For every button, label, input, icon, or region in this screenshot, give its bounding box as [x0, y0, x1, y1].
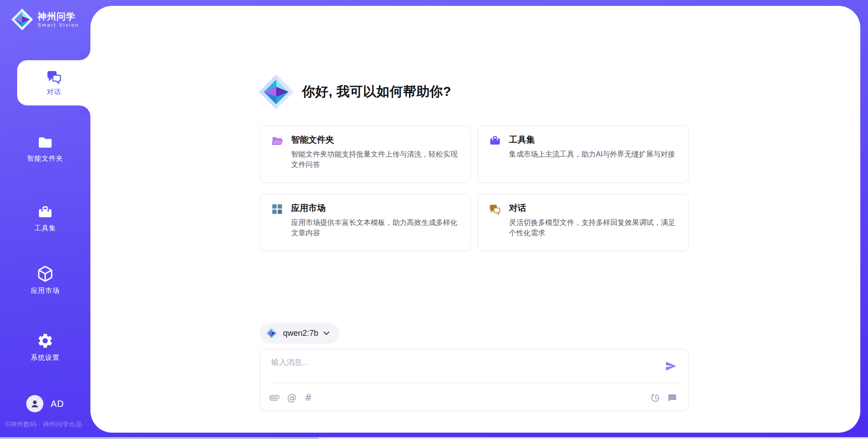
- history-button[interactable]: [651, 392, 660, 404]
- person-icon: [29, 398, 40, 409]
- sidebar-item-toolset[interactable]: 工具集: [0, 205, 90, 233]
- chat-icon: [46, 69, 62, 85]
- hash-icon: #: [304, 392, 312, 404]
- card-description: 智能文件夹功能支持批量文件上传与清洗，轻松实现文件问答: [291, 149, 459, 170]
- folder-icon: [37, 135, 53, 150]
- main-panel: 你好, 我可以如何帮助你? 智能文件夹 智能文件夹功能支持批量文件上传与清洗，轻…: [90, 6, 860, 433]
- app-diamond-logo-icon: [258, 74, 294, 110]
- app-subtitle: Smart Vision: [38, 22, 79, 28]
- quick-phrase-button[interactable]: [667, 392, 677, 404]
- sidebar-diamond-logo-icon: [11, 8, 33, 31]
- card-title: 智能文件夹: [291, 134, 459, 146]
- gear-icon: [37, 332, 54, 349]
- tab-fillet-top: [80, 49, 91, 60]
- message-input[interactable]: [271, 356, 656, 369]
- sidebar-item-label: 应用市场: [31, 286, 60, 295]
- folder-open-icon: [271, 135, 283, 147]
- chevron-down-icon: [323, 331, 330, 335]
- card-description: 应用市场提供丰富长文本模板，助力高效生成多样化文章内容: [291, 217, 459, 238]
- paperclip-icon: [269, 393, 279, 403]
- scrollbar-thumb[interactable]: [0, 437, 319, 439]
- feature-card-app-market[interactable]: 应用市场 应用市场提供丰富长文本模板，助力高效生成多样化文章内容: [260, 194, 471, 251]
- hash-button[interactable]: #: [304, 392, 312, 404]
- sidebar-item-app-market[interactable]: 应用市场: [0, 265, 90, 295]
- app-title: 神州问学: [38, 11, 79, 22]
- card-title: 工具集: [509, 134, 675, 146]
- card-description: 灵活切换多模型文件，支持多样回复效果调试，满足个性化需求: [509, 217, 677, 238]
- user-name: AD: [51, 399, 64, 409]
- page-title: 你好, 我可以如何帮助你?: [302, 83, 451, 101]
- composer: @ #: [260, 349, 689, 411]
- feature-card-toolset[interactable]: 工具集 集成市场上主流工具，助力AI与外界无缝扩展与对接: [478, 125, 689, 183]
- apps-grid-icon: [271, 203, 283, 215]
- send-icon: [665, 360, 677, 372]
- cube-icon: [37, 265, 54, 282]
- feature-cards: 智能文件夹 智能文件夹功能支持批量文件上传与清洗，轻松实现文件问答 工具集 集成…: [260, 125, 689, 251]
- model-name: qwen2:7b: [283, 329, 318, 338]
- sidebar-item-label: 智能文件夹: [27, 154, 63, 163]
- send-button[interactable]: [665, 360, 677, 372]
- horizontal-scrollbar: [0, 437, 868, 439]
- sidebar-item-chat[interactable]: 对话: [17, 60, 91, 105]
- model-logo-icon: [265, 327, 278, 339]
- card-description: 集成市场上主流工具，助力AI与外界无缝扩展与对接: [509, 149, 675, 159]
- at-icon: @: [287, 392, 297, 404]
- model-selector[interactable]: qwen2:7b: [260, 323, 340, 344]
- history-icon: [651, 393, 660, 403]
- composer-divider: [268, 383, 681, 383]
- sidebar-item-label: 系统设置: [31, 353, 60, 362]
- avatar: [26, 395, 43, 412]
- attach-button[interactable]: [269, 392, 279, 404]
- sidebar-item-label: 对话: [47, 88, 61, 96]
- app-logo: 神州问学 Smart Vision: [11, 8, 79, 31]
- sidebar-item-settings[interactable]: 系统设置: [0, 332, 90, 362]
- chat-bubbles-icon: [489, 203, 501, 215]
- sidebar-item-label: 工具集: [34, 224, 56, 233]
- footer-credit: ©神州数码 · 神州问学出品: [5, 420, 82, 429]
- feature-card-smart-folder[interactable]: 智能文件夹 智能文件夹功能支持批量文件上传与清洗，轻松实现文件问答: [260, 125, 471, 183]
- card-title: 应用市场: [291, 202, 459, 214]
- user-account[interactable]: AD: [26, 395, 64, 412]
- chat-bubble-icon: [667, 393, 677, 403]
- tab-fillet-bottom: [80, 105, 91, 116]
- sidebar-item-smart-folder[interactable]: 智能文件夹: [0, 135, 90, 163]
- briefcase-icon: [37, 205, 53, 220]
- mention-button[interactable]: @: [287, 392, 297, 404]
- feature-card-chat[interactable]: 对话 灵活切换多模型文件，支持多样回复效果调试，满足个性化需求: [478, 194, 689, 251]
- card-title: 对话: [509, 202, 677, 214]
- greeting: 你好, 我可以如何帮助你?: [258, 74, 451, 110]
- sidebar: 神州问学 Smart Vision 对话 智能文件夹 工具集: [0, 0, 90, 439]
- toolbox-icon: [489, 135, 501, 147]
